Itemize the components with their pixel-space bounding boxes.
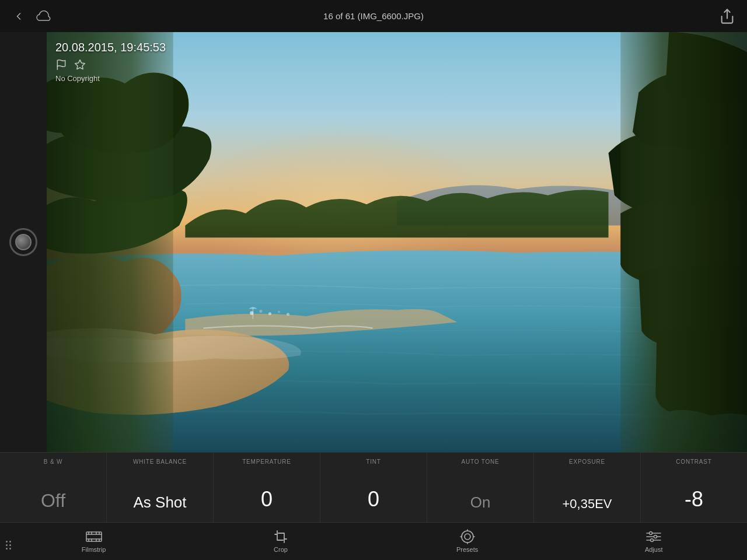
- white-balance-value: As Shot: [133, 494, 186, 517]
- nav-presets[interactable]: Presets: [444, 525, 491, 558]
- photo-background: [47, 32, 747, 452]
- auto-tone-label: AUTO TONE: [462, 459, 500, 465]
- photo-date: 20.08.2015, 19:45:53: [55, 41, 166, 54]
- svg-point-24: [465, 534, 470, 540]
- presets-label: Presets: [456, 546, 478, 553]
- cloud-icon[interactable]: [36, 8, 53, 24]
- temperature-label: TEMPERATURE: [242, 459, 291, 465]
- photo-metadata: 20.08.2015, 19:45:53 No Copyright: [55, 41, 166, 83]
- crop-label: Crop: [274, 546, 288, 553]
- exposure-control[interactable]: EXPOSURE +0,35EV: [534, 453, 641, 522]
- photo-copyright: No Copyright: [55, 74, 166, 83]
- contrast-value: -8: [685, 487, 703, 517]
- exposure-value: +0,35EV: [562, 496, 612, 517]
- star-icon[interactable]: [74, 59, 86, 71]
- svg-rect-3: [47, 32, 173, 452]
- header-right: [719, 8, 735, 24]
- filmstrip-label: Filmstrip: [82, 546, 106, 553]
- back-button[interactable]: [12, 9, 26, 23]
- flag-icon[interactable]: [55, 59, 67, 71]
- svg-point-34: [654, 536, 657, 538]
- share-button[interactable]: [719, 8, 735, 24]
- svg-rect-4: [620, 32, 747, 452]
- auto-tone-control[interactable]: AUTO TONE On: [427, 453, 534, 522]
- contrast-label: CONTRAST: [676, 459, 711, 465]
- white-balance-control[interactable]: WHITE BALANCE As Shot: [107, 453, 214, 522]
- svg-marker-12: [75, 60, 85, 69]
- image-area: 20.08.2015, 19:45:53 No Copyright: [47, 32, 747, 452]
- lens-icon[interactable]: [9, 228, 37, 256]
- tint-value: 0: [368, 487, 379, 517]
- bw-label: B & W: [44, 459, 62, 465]
- bottom-nav: Filmstrip Crop Presets: [0, 522, 747, 560]
- controls-panel: B & W Off WHITE BALANCE As Shot TEMPERAT…: [0, 452, 747, 522]
- nav-crop[interactable]: Crop: [257, 525, 304, 558]
- photo-action-icons: [55, 59, 166, 71]
- adjust-label: Adjust: [645, 546, 663, 553]
- more-menu-button[interactable]: [6, 541, 11, 550]
- filmstrip-icon: [86, 530, 102, 544]
- svg-point-25: [462, 531, 473, 542]
- lens-inner: [15, 234, 32, 250]
- header-left: [12, 8, 53, 24]
- photo-canvas: 20.08.2015, 19:45:53 No Copyright: [47, 32, 747, 452]
- header-title: 16 of 61 (IMG_6600.JPG): [323, 11, 424, 21]
- presets-icon: [459, 530, 476, 544]
- left-sidebar: [0, 32, 47, 452]
- svg-point-35: [651, 539, 654, 542]
- auto-tone-value: On: [470, 494, 491, 517]
- exposure-label: EXPOSURE: [569, 459, 605, 465]
- svg-point-9: [287, 313, 289, 316]
- header: 16 of 61 (IMG_6600.JPG): [0, 0, 747, 32]
- svg-point-8: [278, 311, 280, 313]
- bw-control[interactable]: B & W Off: [0, 453, 107, 522]
- tint-control[interactable]: TINT 0: [320, 453, 427, 522]
- svg-point-7: [268, 312, 271, 315]
- adjust-icon: [645, 530, 662, 544]
- contrast-control[interactable]: CONTRAST -8: [641, 453, 747, 522]
- white-balance-label: WHITE BALANCE: [133, 459, 187, 465]
- temperature-value: 0: [261, 487, 273, 517]
- svg-point-6: [259, 310, 262, 313]
- crop-icon: [273, 530, 289, 544]
- tint-label: TINT: [366, 459, 381, 465]
- bw-value: Off: [41, 490, 65, 517]
- svg-point-33: [650, 532, 652, 535]
- nav-filmstrip[interactable]: Filmstrip: [70, 525, 118, 558]
- nav-adjust[interactable]: Adjust: [630, 525, 677, 558]
- temperature-control[interactable]: TEMPERATURE 0: [214, 453, 320, 522]
